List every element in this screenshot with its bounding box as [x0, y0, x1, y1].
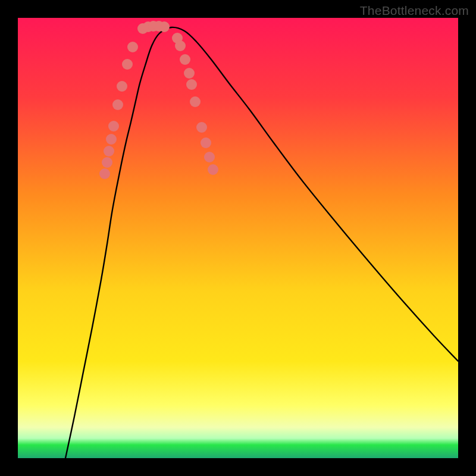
marker-point — [127, 42, 138, 52]
marker-point — [108, 121, 119, 131]
marker-point — [204, 152, 215, 162]
marker-point — [186, 79, 197, 90]
marker-point — [190, 96, 201, 107]
marker-point — [122, 59, 133, 70]
marker-point — [102, 157, 112, 168]
marker-point — [159, 21, 170, 32]
plot-area — [18, 18, 458, 458]
marker-point — [184, 68, 195, 79]
chart-svg — [18, 18, 458, 458]
watermark-text: TheBottleneck.com — [360, 4, 469, 18]
marker-point — [196, 122, 207, 133]
marker-point — [104, 146, 114, 156]
marker-point — [180, 54, 190, 65]
marker-point — [208, 164, 218, 175]
marker-point — [112, 99, 123, 110]
chart-frame: TheBottleneck.com — [0, 0, 476, 476]
marker-point — [117, 81, 127, 92]
marker-point — [201, 137, 211, 148]
marker-point — [175, 40, 186, 51]
marker-point — [99, 168, 110, 179]
marker-point — [106, 134, 117, 145]
gradient-background — [18, 18, 458, 458]
